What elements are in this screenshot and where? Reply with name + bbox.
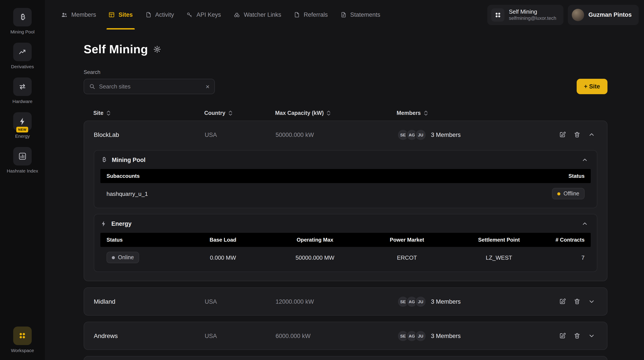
collapse-section-button[interactable]	[579, 154, 591, 166]
tab-watcher-links[interactable]: Watcher Links	[227, 0, 288, 30]
column-label: Settlement Point	[453, 237, 545, 243]
tab-label: Statements	[350, 12, 380, 18]
add-site-button[interactable]: + Site	[576, 79, 608, 94]
section-title: Mining Pool	[112, 156, 574, 163]
new-badge: NEW	[16, 127, 28, 132]
bar-chart-icon	[13, 147, 32, 166]
avatar-stack: SE AG JU	[397, 296, 426, 308]
sidebar-item-workspace[interactable]: Workspace	[11, 326, 34, 353]
clear-search-icon[interactable]: ×	[206, 83, 210, 90]
column-label: Power Market	[361, 237, 453, 243]
expand-row-button[interactable]	[586, 330, 597, 342]
sidebar-item-label: Hashrate Index	[7, 168, 38, 174]
table-row-partial[interactable]	[84, 356, 608, 360]
sites-table-header: Site Country Max Capacity (kW) Members	[84, 106, 608, 120]
chevron-up-icon	[582, 156, 588, 163]
toolbar: Search × + Site	[84, 69, 608, 94]
site-country: USA	[205, 332, 276, 339]
tab-statements[interactable]: Statements	[334, 0, 386, 30]
tab-bar: Members Sites Activity	[54, 0, 386, 30]
sites-table-icon	[108, 12, 115, 18]
sidebar-item-mining-pool[interactable]: Mining Pool	[10, 8, 34, 34]
trash-icon	[573, 298, 580, 305]
page-content: Self Mining Search ×	[45, 30, 644, 360]
tab-sites[interactable]: Sites	[102, 0, 139, 30]
sidebar-item-energy[interactable]: NEW Energy	[13, 112, 32, 139]
edit-button[interactable]	[556, 330, 568, 342]
column-label: Max Capacity (kW)	[275, 110, 324, 116]
energy-row[interactable]: Online 0.000 MW 50000.000 MW ERCOT LZ_WE…	[100, 247, 591, 268]
collapse-section-button[interactable]	[579, 218, 591, 230]
base-load: 0.000 MW	[177, 254, 269, 261]
delete-button[interactable]	[571, 129, 583, 140]
chevron-down-icon	[588, 332, 595, 339]
power-market: ERCOT	[361, 254, 453, 261]
row-actions	[553, 330, 597, 342]
column-label: Site	[93, 110, 104, 116]
row-main[interactable]: BlockLab USA 50000.000 kW SE AG JU 3 Mem…	[84, 121, 607, 148]
tab-label: API Keys	[196, 12, 221, 18]
column-header-site[interactable]: Site	[93, 110, 204, 116]
tab-referrals[interactable]: Referrals	[288, 0, 334, 30]
delete-button[interactable]	[571, 330, 583, 342]
chevron-down-icon	[588, 298, 595, 305]
search-input[interactable]	[99, 83, 202, 90]
collapse-row-button[interactable]	[586, 129, 597, 140]
top-navigation: Members Sites Activity	[45, 0, 644, 30]
status-badge: Online	[106, 252, 139, 264]
subaccount-row[interactable]: hashquarry_u_1 Offline	[100, 183, 591, 204]
sidebar-item-label: Mining Pool	[10, 29, 34, 34]
site-capacity: 12000.000 kW	[276, 298, 397, 305]
people-icon	[61, 11, 68, 18]
sidebar-item-label: Workspace	[11, 348, 34, 353]
trash-icon	[573, 332, 580, 339]
site-name: Andrews	[94, 332, 205, 339]
energy-section-header[interactable]: Energy	[94, 214, 597, 233]
tab-label: Watcher Links	[244, 12, 281, 18]
column-label: Base Load	[177, 237, 269, 243]
table-row-blocklab: BlockLab USA 50000.000 kW SE AG JU 3 Mem…	[84, 120, 608, 281]
site-country: USA	[205, 298, 276, 305]
row-main[interactable]: Midland USA 12000.000 kW SE AG JU 3 Memb…	[84, 288, 607, 315]
delete-button[interactable]	[571, 296, 583, 308]
gear-icon[interactable]	[153, 45, 161, 53]
status-badge: Offline	[552, 188, 584, 200]
column-header-members[interactable]: Members	[396, 110, 554, 116]
offline-dot-icon	[557, 192, 560, 195]
edit-button[interactable]	[556, 129, 568, 140]
row-main[interactable]: Andrews USA 6000.000 kW SE AG JU 3 Membe…	[84, 322, 607, 350]
sidebar-item-hashrate-index[interactable]: Hashrate Index	[7, 147, 38, 174]
sidebar: Mining Pool Derivatives Hardware NEW	[0, 0, 45, 360]
app-window: Mining Pool Derivatives Hardware NEW	[0, 0, 644, 360]
user-menu[interactable]: Guzman Pintos	[568, 4, 639, 25]
tab-members[interactable]: Members	[54, 0, 102, 30]
site-capacity: 50000.000 kW	[276, 131, 397, 138]
edit-icon	[559, 332, 566, 339]
table-row-andrews: Andrews USA 6000.000 kW SE AG JU 3 Membe…	[84, 322, 608, 350]
edit-icon	[559, 298, 566, 305]
document-icon	[340, 12, 347, 18]
section-title: Energy	[111, 220, 574, 227]
edit-button[interactable]	[556, 296, 568, 308]
column-label: Status	[106, 237, 177, 243]
binoculars-icon	[233, 11, 240, 18]
online-dot-icon	[112, 256, 115, 259]
energy-section: Energy Status Base Load Operating Max Po…	[94, 214, 597, 272]
tab-api-keys[interactable]: API Keys	[180, 0, 227, 30]
column-header-capacity[interactable]: Max Capacity (kW)	[275, 110, 396, 116]
avatar: JU	[415, 330, 426, 342]
energy-table-header: Status Base Load Operating Max Power Mar…	[100, 233, 591, 247]
row-detail: Mining Pool Subaccounts Status hashquarr…	[84, 148, 607, 281]
expand-row-button[interactable]	[586, 296, 597, 308]
column-header-country[interactable]: Country	[204, 110, 275, 116]
members-count: 3 Members	[431, 298, 461, 305]
avatar-stack: SE AG JU	[397, 330, 426, 342]
sidebar-item-derivatives[interactable]: Derivatives	[11, 43, 34, 69]
tab-activity[interactable]: Activity	[139, 0, 180, 30]
workspace-switcher[interactable]: Self Mining selfmining@luxor.tech	[487, 4, 564, 25]
sidebar-item-hardware[interactable]: Hardware	[12, 78, 32, 104]
members-count: 3 Members	[431, 131, 461, 138]
mining-pool-section-header[interactable]: Mining Pool	[94, 150, 597, 169]
row-actions	[553, 296, 597, 308]
table-row-midland: Midland USA 12000.000 kW SE AG JU 3 Memb…	[84, 288, 608, 316]
